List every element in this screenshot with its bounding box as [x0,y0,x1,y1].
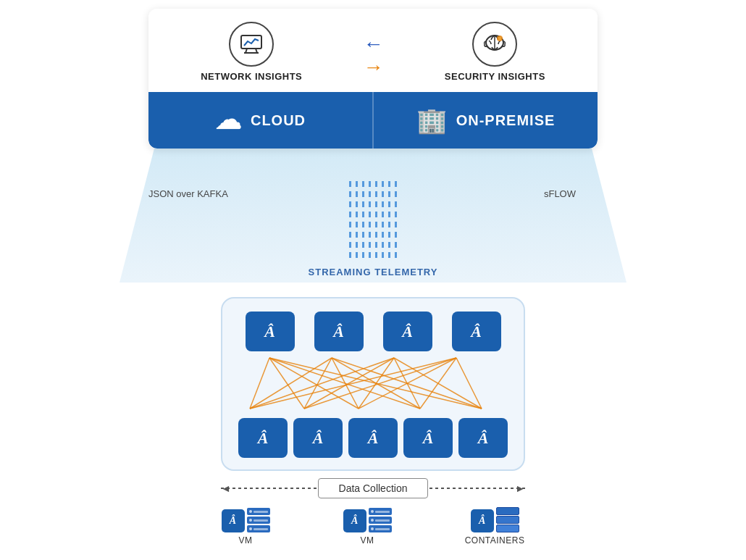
right-arrow-icon: → [364,57,384,78]
vm2-item: Â VM [343,508,392,546]
dashed-line-5 [375,181,377,261]
network-insights-label: NETWORK INSIGHTS [201,71,302,82]
arista-logo-t2: Â [333,322,344,341]
onprem-section: 🏢 ON-PREMISE [374,92,598,149]
mesh-node-b4: Â [403,418,453,458]
mesh-node-t3: Â [383,312,432,351]
kafka-label: JSON over KAFKA [148,188,228,199]
vm2-icons: Â [343,508,392,532]
dashed-line-1 [349,181,351,261]
right-arrow-end: ► [515,482,525,494]
arista-logo-b4: Â [423,429,434,448]
container-layer-1 [496,507,519,515]
cloud-onprem-bar: ☁ CLOUD 🏢 ON-PREMISE [148,92,598,149]
arista-logo-b1: Â [258,429,269,448]
containers-arista-icon: Â [471,509,494,532]
data-collection-bar: Data Collection [318,478,429,498]
dashed-line-8 [395,181,397,261]
vm1-server-row-1 [247,508,270,515]
containers-icons: Â [471,507,519,532]
mesh-node-b5: Â [458,418,508,458]
network-insights-icon [229,22,274,67]
vm1-server-stack [247,508,270,532]
svg-rect-0 [241,35,261,49]
vm2-server-stack [369,508,392,532]
mesh-node-b2: Â [293,418,343,458]
bottom-items: Â VM Â [185,507,561,546]
vm1-item: Â VM [222,508,270,546]
cloud-section: ☁ CLOUD [148,92,374,149]
container-layer-3 [496,525,519,532]
containers-stack-icon [496,507,519,532]
vm1-icons: Â [222,508,270,532]
cloud-icon: ☁ [215,105,242,135]
arrows-container: ← → [364,34,384,78]
containers-item: Â CONTAINERS [465,507,525,546]
vm1-server-row-2 [247,517,270,524]
insights-upper: NETWORK INSIGHTS ← → [148,9,598,92]
mesh-svg [235,354,511,412]
mesh-node-t4: Â [452,312,501,351]
dashed-line-4 [369,181,371,261]
mesh-node-t2: Â [314,312,364,351]
data-collection-section: ◄ ► Data Collection [214,477,532,500]
mesh-node-b1: Â [238,418,288,458]
vm1-label: VM [239,535,253,546]
main-diagram: NETWORK INSIGHTS ← → [0,0,746,560]
vm2-arista-icon: Â [343,509,366,532]
dashed-line-2 [356,181,358,261]
streaming-label: STREAMING TELEMETRY [309,267,438,277]
arista-logo-t3: Â [402,322,413,341]
arista-logo-b2: Â [313,429,324,448]
left-arrow-end: ◄ [221,482,231,494]
dashed-line-3 [362,181,364,261]
arista-logo-t4: Â [471,322,482,341]
arista-logo-b5: Â [478,429,489,448]
dashed-lines [349,181,397,261]
sflow-label: sFLOW [544,188,576,199]
left-arrow-icon: ← [364,34,384,54]
dashed-line-7 [388,181,390,261]
vm1-server-row-3 [247,525,270,532]
dashed-line-6 [382,181,384,261]
cloud-label: CLOUD [251,112,306,129]
vm2-server-row-3 [369,525,392,532]
arista-logo-b3: Â [368,429,379,448]
vm2-label: VM [361,535,374,546]
mesh-bottom-row: Â Â Â Â Â [235,418,511,458]
svg-point-7 [498,37,502,41]
vm2-server-row-1 [369,508,392,515]
container-layer-2 [496,516,519,524]
security-insights-icon [472,22,517,67]
security-insights-box: SECURITY INSIGHTS [445,22,545,82]
data-collection-label: Data Collection [339,482,408,494]
building-icon: 🏢 [416,106,448,135]
onprem-label: ON-PREMISE [456,112,556,129]
vm1-arista-icon: Â [222,509,245,532]
svg-line-20 [359,358,394,409]
svg-line-8 [250,358,269,409]
vm2-server-row-2 [369,517,392,524]
mesh-top-row: Â Â Â Â [235,312,511,351]
streaming-section: JSON over KAFKA sFLOW STREAMING TELEMETR… [192,174,554,277]
security-insights-label: SECURITY INSIGHTS [445,71,545,82]
mesh-node-b3: Â [348,418,398,458]
insights-card: NETWORK INSIGHTS ← → [148,9,598,149]
arista-logo-t1: Â [264,322,275,341]
mesh-node-t1: Â [246,312,295,351]
network-insights-box: NETWORK INSIGHTS [201,22,302,82]
mesh-card: Â Â Â Â [221,297,525,471]
containers-label: CONTAINERS [465,535,525,546]
